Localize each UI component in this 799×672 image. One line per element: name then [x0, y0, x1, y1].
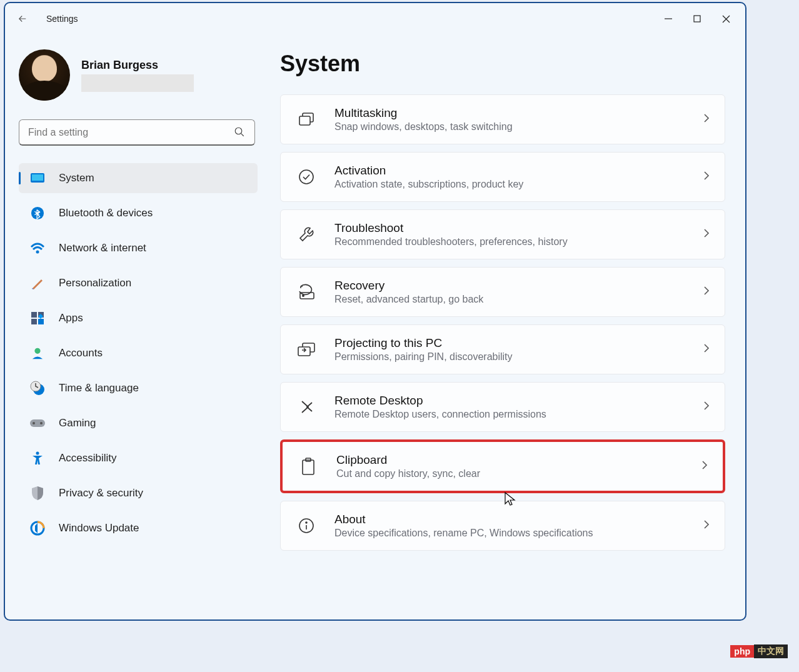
card-title: About	[334, 513, 593, 526]
sidebar-item-accounts[interactable]: Accounts	[19, 338, 258, 368]
recovery-icon	[296, 284, 317, 300]
card-title: Troubleshoot	[334, 221, 568, 235]
clipboard-icon	[298, 457, 319, 476]
svg-rect-23	[299, 116, 310, 125]
svg-point-9	[36, 251, 39, 254]
sidebar-item-label: Gaming	[59, 417, 96, 429]
svg-rect-17	[30, 419, 45, 427]
sidebar-item-time-language[interactable]: Time & language	[19, 373, 258, 403]
watermark-right: 中文网	[754, 644, 788, 658]
back-button[interactable]	[10, 13, 35, 24]
sidebar-item-label: Personalization	[59, 277, 131, 289]
card-title: Multitasking	[334, 106, 513, 120]
sidebar-item-accessibility[interactable]: Accessibility	[19, 443, 258, 473]
svg-point-14	[34, 348, 40, 354]
accessibility-icon	[29, 449, 46, 467]
gamepad-icon	[29, 414, 46, 432]
svg-rect-1	[694, 16, 700, 22]
clock-globe-icon	[29, 379, 46, 397]
svg-point-24	[299, 170, 313, 184]
remote-icon	[296, 399, 317, 415]
sidebar-item-system[interactable]: System	[19, 163, 258, 193]
svg-point-26	[303, 295, 304, 296]
card-subtitle: Permissions, pairing PIN, discoverabilit…	[334, 351, 513, 363]
card-subtitle: Recommended troubleshooters, preferences…	[334, 236, 568, 248]
close-icon	[722, 15, 730, 23]
svg-rect-10	[31, 312, 37, 318]
project-icon	[296, 342, 317, 357]
svg-rect-29	[303, 460, 314, 474]
svg-rect-13	[38, 319, 44, 324]
wrench-icon	[296, 226, 317, 243]
setting-card-clipboard[interactable]: ClipboardCut and copy history, sync, cle…	[280, 439, 725, 493]
setting-card-remote-desktop[interactable]: Remote DesktopRemote Desktop users, conn…	[280, 382, 725, 432]
svg-rect-7	[32, 174, 43, 181]
profile[interactable]: Brian Burgess	[19, 49, 258, 101]
page-title: System	[280, 51, 725, 77]
chevron-right-icon	[703, 286, 710, 298]
titlebar: Settings	[5, 3, 745, 34]
main-content: System MultitaskingSnap windows, desktop…	[268, 34, 745, 619]
sidebar-item-apps[interactable]: Apps	[19, 303, 258, 333]
card-title: Clipboard	[336, 453, 480, 467]
card-text: AboutDevice specifications, rename PC, W…	[334, 513, 593, 539]
svg-point-20	[36, 452, 39, 455]
sidebar-item-label: Apps	[59, 312, 83, 324]
card-subtitle: Device specifications, rename PC, Window…	[334, 528, 593, 539]
wifi-icon	[29, 239, 46, 257]
close-button[interactable]	[711, 9, 740, 29]
setting-card-multitasking[interactable]: MultitaskingSnap windows, desktops, task…	[280, 94, 725, 144]
chevron-right-icon	[703, 343, 710, 356]
watermark-left: php	[730, 645, 754, 658]
svg-point-18	[33, 422, 35, 424]
minimize-button[interactable]	[654, 9, 683, 29]
sidebar-item-privacy-security[interactable]: Privacy & security	[19, 478, 258, 508]
arrow-left-icon	[17, 13, 28, 24]
person-icon	[29, 344, 46, 362]
window-controls	[654, 9, 740, 29]
apps-icon	[29, 309, 46, 327]
card-title: Projecting to this PC	[334, 336, 513, 350]
sidebar-item-personalization[interactable]: Personalization	[19, 268, 258, 298]
sidebar-item-label: Time & language	[59, 382, 139, 394]
card-text: RecoveryReset, advanced startup, go back	[334, 279, 483, 305]
card-text: Projecting to this PCPermissions, pairin…	[334, 336, 513, 363]
search-icon	[234, 126, 245, 140]
update-icon	[29, 519, 46, 537]
setting-card-about[interactable]: AboutDevice specifications, rename PC, W…	[280, 501, 725, 551]
card-title: Remote Desktop	[334, 394, 546, 408]
maximize-button[interactable]	[683, 9, 711, 29]
card-title: Activation	[334, 164, 523, 178]
setting-card-recovery[interactable]: RecoveryReset, advanced startup, go back	[280, 267, 725, 317]
shield-icon	[29, 484, 46, 502]
chevron-right-icon	[703, 171, 710, 183]
chevron-right-icon	[703, 519, 710, 532]
card-text: Remote DesktopRemote Desktop users, conn…	[334, 394, 546, 420]
svg-point-4	[235, 128, 242, 134]
setting-card-activation[interactable]: ActivationActivation state, subscription…	[280, 152, 725, 202]
sidebar-item-label: System	[59, 172, 94, 184]
sidebar-item-windows-update[interactable]: Windows Update	[19, 513, 258, 543]
svg-point-19	[40, 422, 43, 424]
sidebar-item-bluetooth-devices[interactable]: Bluetooth & devices	[19, 198, 258, 228]
check-circle-icon	[296, 169, 317, 185]
sidebar-item-network-internet[interactable]: Network & internet	[19, 233, 258, 263]
svg-point-32	[306, 522, 307, 523]
profile-info: Brian Burgess	[81, 59, 194, 92]
svg-line-5	[241, 134, 244, 136]
monitor-icon	[29, 169, 46, 187]
setting-card-troubleshoot[interactable]: TroubleshootRecommended troubleshooters,…	[280, 209, 725, 259]
sidebar-item-label: Network & internet	[59, 242, 146, 254]
sidebar-item-label: Windows Update	[59, 522, 139, 534]
card-subtitle: Reset, advanced startup, go back	[334, 294, 483, 305]
avatar	[19, 49, 70, 101]
search-input[interactable]	[19, 119, 255, 146]
setting-card-projecting-to-this-pc[interactable]: Projecting to this PCPermissions, pairin…	[280, 324, 725, 374]
card-text: MultitaskingSnap windows, desktops, task…	[334, 106, 513, 133]
chevron-right-icon	[701, 460, 708, 473]
window-body: Brian Burgess SystemBluetooth & devicesN…	[5, 34, 745, 619]
settings-list: MultitaskingSnap windows, desktops, task…	[280, 94, 725, 551]
watermark: php 中文网	[730, 644, 788, 658]
sidebar-item-gaming[interactable]: Gaming	[19, 408, 258, 438]
maximize-icon	[693, 15, 701, 23]
